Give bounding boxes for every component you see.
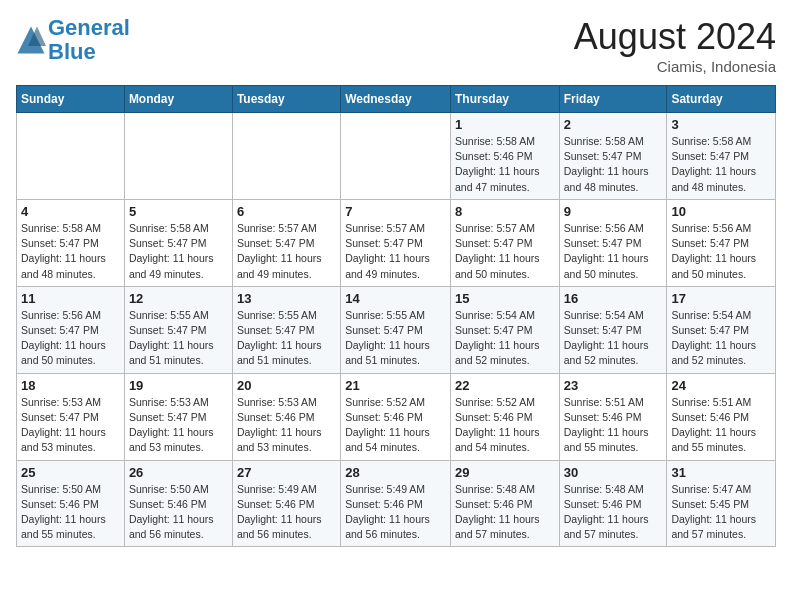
calendar-cell: 29Sunrise: 5:48 AM Sunset: 5:46 PM Dayli…	[450, 460, 559, 547]
day-info: Sunrise: 5:55 AM Sunset: 5:47 PM Dayligh…	[345, 308, 446, 369]
day-number: 6	[237, 204, 336, 219]
calendar-cell: 31Sunrise: 5:47 AM Sunset: 5:45 PM Dayli…	[667, 460, 776, 547]
weekday-header-tuesday: Tuesday	[232, 86, 340, 113]
calendar-table: SundayMondayTuesdayWednesdayThursdayFrid…	[16, 85, 776, 547]
day-info: Sunrise: 5:50 AM Sunset: 5:46 PM Dayligh…	[129, 482, 228, 543]
day-info: Sunrise: 5:52 AM Sunset: 5:46 PM Dayligh…	[455, 395, 555, 456]
weekday-header-friday: Friday	[559, 86, 667, 113]
day-number: 25	[21, 465, 120, 480]
day-number: 27	[237, 465, 336, 480]
day-info: Sunrise: 5:54 AM Sunset: 5:47 PM Dayligh…	[564, 308, 663, 369]
day-number: 10	[671, 204, 771, 219]
day-info: Sunrise: 5:48 AM Sunset: 5:46 PM Dayligh…	[455, 482, 555, 543]
calendar-cell: 12Sunrise: 5:55 AM Sunset: 5:47 PM Dayli…	[124, 286, 232, 373]
day-number: 17	[671, 291, 771, 306]
calendar-cell: 8Sunrise: 5:57 AM Sunset: 5:47 PM Daylig…	[450, 199, 559, 286]
weekday-header-saturday: Saturday	[667, 86, 776, 113]
calendar-cell: 30Sunrise: 5:48 AM Sunset: 5:46 PM Dayli…	[559, 460, 667, 547]
day-number: 15	[455, 291, 555, 306]
day-number: 22	[455, 378, 555, 393]
calendar-cell: 26Sunrise: 5:50 AM Sunset: 5:46 PM Dayli…	[124, 460, 232, 547]
calendar-cell: 7Sunrise: 5:57 AM Sunset: 5:47 PM Daylig…	[341, 199, 451, 286]
week-row-4: 18Sunrise: 5:53 AM Sunset: 5:47 PM Dayli…	[17, 373, 776, 460]
day-number: 20	[237, 378, 336, 393]
logo-line2: Blue	[48, 39, 96, 64]
day-info: Sunrise: 5:49 AM Sunset: 5:46 PM Dayligh…	[237, 482, 336, 543]
calendar-cell	[232, 113, 340, 200]
day-info: Sunrise: 5:51 AM Sunset: 5:46 PM Dayligh…	[564, 395, 663, 456]
day-number: 4	[21, 204, 120, 219]
day-number: 8	[455, 204, 555, 219]
calendar-cell: 21Sunrise: 5:52 AM Sunset: 5:46 PM Dayli…	[341, 373, 451, 460]
day-number: 19	[129, 378, 228, 393]
calendar-cell	[17, 113, 125, 200]
logo-line1: General	[48, 15, 130, 40]
day-number: 18	[21, 378, 120, 393]
day-number: 30	[564, 465, 663, 480]
day-number: 5	[129, 204, 228, 219]
calendar-cell: 10Sunrise: 5:56 AM Sunset: 5:47 PM Dayli…	[667, 199, 776, 286]
calendar-cell	[341, 113, 451, 200]
calendar-cell: 27Sunrise: 5:49 AM Sunset: 5:46 PM Dayli…	[232, 460, 340, 547]
day-info: Sunrise: 5:54 AM Sunset: 5:47 PM Dayligh…	[455, 308, 555, 369]
day-info: Sunrise: 5:54 AM Sunset: 5:47 PM Dayligh…	[671, 308, 771, 369]
weekday-header-sunday: Sunday	[17, 86, 125, 113]
day-info: Sunrise: 5:58 AM Sunset: 5:47 PM Dayligh…	[671, 134, 771, 195]
day-info: Sunrise: 5:50 AM Sunset: 5:46 PM Dayligh…	[21, 482, 120, 543]
day-number: 29	[455, 465, 555, 480]
weekday-header-row: SundayMondayTuesdayWednesdayThursdayFrid…	[17, 86, 776, 113]
week-row-3: 11Sunrise: 5:56 AM Sunset: 5:47 PM Dayli…	[17, 286, 776, 373]
calendar-cell: 15Sunrise: 5:54 AM Sunset: 5:47 PM Dayli…	[450, 286, 559, 373]
weekday-header-monday: Monday	[124, 86, 232, 113]
calendar-cell: 2Sunrise: 5:58 AM Sunset: 5:47 PM Daylig…	[559, 113, 667, 200]
day-info: Sunrise: 5:52 AM Sunset: 5:46 PM Dayligh…	[345, 395, 446, 456]
calendar-cell: 13Sunrise: 5:55 AM Sunset: 5:47 PM Dayli…	[232, 286, 340, 373]
day-info: Sunrise: 5:47 AM Sunset: 5:45 PM Dayligh…	[671, 482, 771, 543]
page-header: General Blue August 2024 Ciamis, Indones…	[16, 16, 776, 75]
week-row-5: 25Sunrise: 5:50 AM Sunset: 5:46 PM Dayli…	[17, 460, 776, 547]
day-info: Sunrise: 5:57 AM Sunset: 5:47 PM Dayligh…	[237, 221, 336, 282]
month-title: August 2024	[574, 16, 776, 58]
day-number: 28	[345, 465, 446, 480]
calendar-cell: 19Sunrise: 5:53 AM Sunset: 5:47 PM Dayli…	[124, 373, 232, 460]
day-number: 11	[21, 291, 120, 306]
day-info: Sunrise: 5:56 AM Sunset: 5:47 PM Dayligh…	[671, 221, 771, 282]
day-number: 26	[129, 465, 228, 480]
day-info: Sunrise: 5:53 AM Sunset: 5:46 PM Dayligh…	[237, 395, 336, 456]
day-info: Sunrise: 5:55 AM Sunset: 5:47 PM Dayligh…	[237, 308, 336, 369]
day-info: Sunrise: 5:51 AM Sunset: 5:46 PM Dayligh…	[671, 395, 771, 456]
calendar-cell: 25Sunrise: 5:50 AM Sunset: 5:46 PM Dayli…	[17, 460, 125, 547]
logo-text: General Blue	[48, 16, 130, 64]
calendar-cell: 4Sunrise: 5:58 AM Sunset: 5:47 PM Daylig…	[17, 199, 125, 286]
weekday-header-wednesday: Wednesday	[341, 86, 451, 113]
calendar-cell	[124, 113, 232, 200]
day-number: 1	[455, 117, 555, 132]
calendar-cell: 9Sunrise: 5:56 AM Sunset: 5:47 PM Daylig…	[559, 199, 667, 286]
calendar-cell: 17Sunrise: 5:54 AM Sunset: 5:47 PM Dayli…	[667, 286, 776, 373]
day-info: Sunrise: 5:53 AM Sunset: 5:47 PM Dayligh…	[21, 395, 120, 456]
day-number: 7	[345, 204, 446, 219]
day-info: Sunrise: 5:57 AM Sunset: 5:47 PM Dayligh…	[345, 221, 446, 282]
week-row-1: 1Sunrise: 5:58 AM Sunset: 5:46 PM Daylig…	[17, 113, 776, 200]
day-number: 21	[345, 378, 446, 393]
day-number: 14	[345, 291, 446, 306]
day-info: Sunrise: 5:56 AM Sunset: 5:47 PM Dayligh…	[564, 221, 663, 282]
weekday-header-thursday: Thursday	[450, 86, 559, 113]
day-number: 3	[671, 117, 771, 132]
day-info: Sunrise: 5:56 AM Sunset: 5:47 PM Dayligh…	[21, 308, 120, 369]
day-number: 12	[129, 291, 228, 306]
day-number: 13	[237, 291, 336, 306]
calendar-cell: 23Sunrise: 5:51 AM Sunset: 5:46 PM Dayli…	[559, 373, 667, 460]
day-info: Sunrise: 5:58 AM Sunset: 5:47 PM Dayligh…	[564, 134, 663, 195]
logo: General Blue	[16, 16, 130, 64]
day-number: 24	[671, 378, 771, 393]
calendar-cell: 14Sunrise: 5:55 AM Sunset: 5:47 PM Dayli…	[341, 286, 451, 373]
week-row-2: 4Sunrise: 5:58 AM Sunset: 5:47 PM Daylig…	[17, 199, 776, 286]
day-info: Sunrise: 5:57 AM Sunset: 5:47 PM Dayligh…	[455, 221, 555, 282]
calendar-cell: 24Sunrise: 5:51 AM Sunset: 5:46 PM Dayli…	[667, 373, 776, 460]
day-number: 2	[564, 117, 663, 132]
title-block: August 2024 Ciamis, Indonesia	[574, 16, 776, 75]
day-number: 23	[564, 378, 663, 393]
calendar-cell: 5Sunrise: 5:58 AM Sunset: 5:47 PM Daylig…	[124, 199, 232, 286]
location-subtitle: Ciamis, Indonesia	[574, 58, 776, 75]
